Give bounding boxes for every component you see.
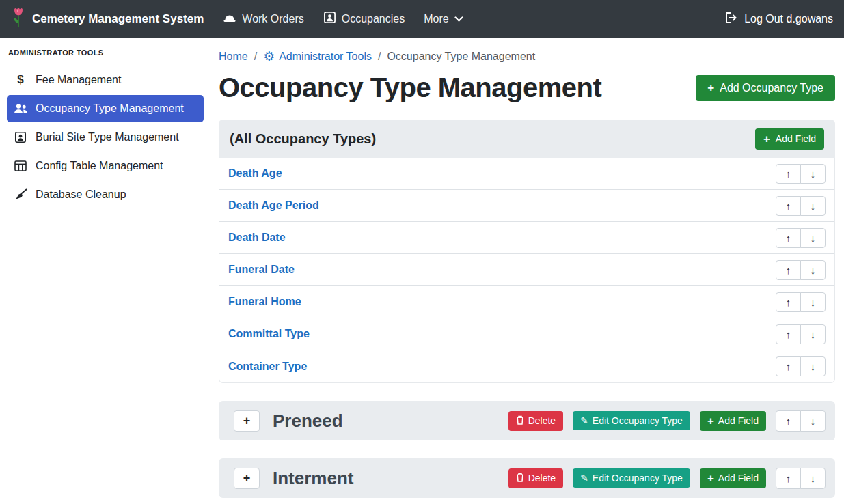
sidebar-item-label: Config Table Management: [36, 160, 163, 172]
plus-icon: +: [243, 414, 251, 428]
plus-icon: +: [763, 133, 770, 145]
breadcrumb-separator: /: [254, 51, 257, 63]
move-up-button[interactable]: ↑: [776, 228, 801, 248]
reorder-buttons: ↑ ↓: [776, 228, 826, 248]
field-link[interactable]: Death Age: [228, 167, 282, 180]
field-row: Death Age Period ↑ ↓: [219, 190, 834, 222]
edit-occupancy-type-label: Edit Occupancy Type: [593, 473, 683, 484]
sidebar-item-burial-site-type-management[interactable]: Burial Site Type Management: [7, 124, 204, 151]
logout-button[interactable]: Log Out d.gowans: [724, 12, 833, 27]
occupancy-type-section-preneed: + Preneed Delete ✎ Edit Occupa: [219, 401, 835, 440]
field-row: Death Age ↑ ↓: [219, 158, 834, 190]
chevron-down-icon: [454, 13, 463, 25]
trash-icon: [516, 415, 524, 427]
sidebar-heading: ADMINISTRATOR TOOLS: [0, 42, 210, 65]
breadcrumb: Home / ⚙ Administrator Tools / Occupancy…: [219, 50, 835, 63]
all-occupancy-types-title: (All Occupancy Types): [230, 131, 376, 147]
down-arrow-icon: ↓: [811, 296, 816, 308]
section-title: Interment: [273, 468, 353, 489]
move-up-button[interactable]: ↑: [776, 468, 801, 489]
expand-section-button[interactable]: +: [234, 468, 260, 489]
sidebar-item-label: Burial Site Type Management: [36, 131, 179, 143]
down-arrow-icon: ↓: [811, 328, 816, 340]
plus-icon: +: [707, 415, 714, 427]
field-row: Funeral Home ↑ ↓: [219, 286, 834, 318]
move-down-button[interactable]: ↓: [800, 292, 826, 312]
down-arrow-icon: ↓: [811, 264, 816, 276]
app-brand[interactable]: Cemetery Management System: [11, 7, 204, 31]
all-occupancy-types-card: (All Occupancy Types) + Add Field Death …: [219, 120, 835, 383]
broom-icon: [13, 188, 28, 201]
reorder-buttons: ↑ ↓: [776, 164, 826, 184]
sidebar-item-fee-management[interactable]: $ Fee Management: [7, 66, 204, 94]
reorder-buttons: ↑ ↓: [776, 324, 826, 344]
field-link[interactable]: Committal Type: [228, 328, 310, 340]
field-list: Death Age ↑ ↓ Death Age Period ↑ ↓: [219, 158, 835, 383]
field-link[interactable]: Container Type: [228, 361, 307, 373]
sidebar-item-label: Occupancy Type Management: [36, 102, 184, 115]
dollar-icon: $: [13, 73, 28, 87]
move-up-button[interactable]: ↑: [776, 410, 801, 432]
move-down-button[interactable]: ↓: [800, 260, 826, 280]
breadcrumb-current: Occupancy Type Management: [387, 51, 535, 63]
move-down-button[interactable]: ↓: [800, 324, 826, 344]
up-arrow-icon: ↑: [786, 328, 791, 340]
field-row: Funeral Date ↑ ↓: [219, 254, 834, 286]
reorder-buttons: ↑ ↓: [776, 468, 826, 489]
up-arrow-icon: ↑: [786, 264, 791, 276]
all-occupancy-types-header: (All Occupancy Types) + Add Field: [219, 120, 835, 158]
move-up-button[interactable]: ↑: [776, 356, 801, 376]
navbar-links: Work Orders Occupancies More: [213, 5, 472, 32]
sidebar-item-database-cleanup[interactable]: Database Cleanup: [7, 181, 204, 208]
section-add-field-button[interactable]: + Add Field: [700, 411, 766, 431]
breadcrumb-home-link[interactable]: Home: [219, 51, 248, 63]
field-link[interactable]: Funeral Home: [228, 296, 301, 308]
up-arrow-icon: ↑: [786, 296, 791, 308]
add-occupancy-type-button[interactable]: + Add Occupancy Type: [696, 75, 835, 101]
expand-section-button[interactable]: +: [234, 410, 260, 432]
nav-more[interactable]: More: [414, 8, 472, 31]
delete-label: Delete: [528, 415, 556, 426]
page-title: Occupancy Type Management: [219, 72, 601, 103]
sidebar-item-config-table-management[interactable]: Config Table Management: [7, 152, 204, 180]
move-down-button[interactable]: ↓: [800, 196, 826, 216]
pencil-icon: ✎: [580, 416, 588, 425]
move-up-button[interactable]: ↑: [776, 260, 801, 280]
down-arrow-icon: ↓: [811, 168, 816, 180]
sidebar: ADMINISTRATOR TOOLS $ Fee Management Occ…: [0, 38, 210, 504]
reorder-buttons: ↑ ↓: [776, 196, 826, 216]
nav-occupancies[interactable]: Occupancies: [314, 5, 415, 32]
add-occupancy-type-label: Add Occupancy Type: [720, 82, 823, 94]
move-down-button[interactable]: ↓: [800, 356, 826, 376]
sidebar-item-label: Database Cleanup: [36, 188, 126, 201]
move-up-button[interactable]: ↑: [776, 324, 801, 344]
edit-occupancy-type-button[interactable]: ✎ Edit Occupancy Type: [573, 468, 690, 488]
add-field-button[interactable]: + Add Field: [755, 128, 824, 150]
field-row: Container Type ↑ ↓: [219, 350, 834, 382]
occupancy-type-section-interment: + Interment Delete ✎ Edit Occu: [219, 458, 835, 498]
down-arrow-icon: ↓: [811, 473, 816, 484]
move-down-button[interactable]: ↓: [800, 468, 826, 489]
move-down-button[interactable]: ↓: [800, 164, 826, 184]
move-up-button[interactable]: ↑: [776, 164, 801, 184]
edit-occupancy-type-button[interactable]: ✎ Edit Occupancy Type: [573, 411, 690, 430]
move-up-button[interactable]: ↑: [776, 196, 801, 216]
move-down-button[interactable]: ↓: [800, 410, 826, 432]
field-link[interactable]: Funeral Date: [228, 264, 295, 276]
sidebar-item-occupancy-type-management[interactable]: Occupancy Type Management: [7, 95, 204, 122]
nav-more-label: More: [424, 13, 448, 25]
down-arrow-icon: ↓: [811, 200, 816, 212]
field-link[interactable]: Death Date: [228, 232, 286, 244]
move-up-button[interactable]: ↑: [776, 292, 801, 312]
logout-label: Log Out d.gowans: [744, 13, 833, 25]
field-link[interactable]: Death Age Period: [228, 199, 319, 212]
breadcrumb-admin-tools-link[interactable]: ⚙ Administrator Tools: [263, 50, 372, 63]
up-arrow-icon: ↑: [786, 415, 791, 427]
section-add-field-button[interactable]: + Add Field: [700, 468, 766, 488]
nav-work-orders[interactable]: Work Orders: [213, 6, 313, 32]
up-arrow-icon: ↑: [786, 361, 791, 372]
plus-icon: +: [707, 82, 714, 94]
move-down-button[interactable]: ↓: [800, 228, 826, 248]
delete-button[interactable]: Delete: [508, 468, 563, 488]
delete-button[interactable]: Delete: [508, 411, 563, 431]
